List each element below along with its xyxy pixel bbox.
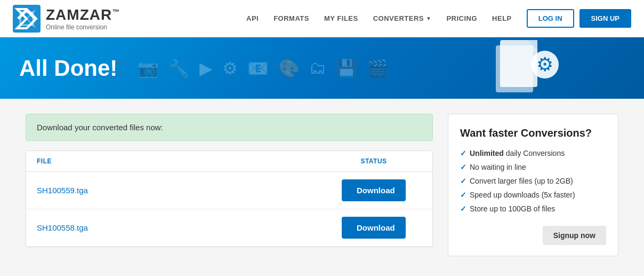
download-button-1[interactable]: Download	[342, 179, 406, 201]
files-table: FILE STATUS SH100559.tga Download SH1005…	[26, 151, 433, 247]
check-icon-1: ✓	[460, 149, 466, 157]
file-action-1: Download	[326, 179, 422, 201]
check-icon-4: ✓	[460, 191, 466, 199]
table-row: SH100559.tga Download	[26, 172, 432, 209]
col-status-header: STATUS	[326, 157, 422, 165]
login-button[interactable]: LOG IN	[527, 9, 574, 28]
promo-feature-2: ✓ No waiting in line	[460, 163, 606, 171]
nav-my-files[interactable]: MY FILES	[324, 14, 358, 22]
file-link-1[interactable]: SH100559.tga	[37, 186, 326, 195]
file-action-2: Download	[326, 217, 422, 239]
promo-features-list: ✓ Unlimited daily Conversions ✓ No waiti…	[460, 149, 606, 213]
promo-feature-1: ✓ Unlimited daily Conversions	[460, 149, 606, 157]
check-icon-5: ✓	[460, 204, 466, 213]
signup-button[interactable]: SIGN UP	[579, 9, 631, 28]
hero-title: All Done!	[19, 56, 117, 81]
gear-icon: ⚙	[531, 51, 559, 78]
check-icon-2: ✓	[460, 163, 466, 171]
main-content: Download your converted files now: FILE …	[13, 114, 631, 256]
hero-banner: All Done! 🎵📷🔧▶⚙📧🎨🗂💾🎬 ⚙	[0, 37, 644, 99]
main-nav: API FORMATS MY FILES CONVERTERS ▼ PRICIN…	[246, 14, 512, 22]
nav-help[interactable]: HELP	[492, 14, 512, 22]
logo-title: ZAMZAR™	[46, 6, 120, 23]
zamzar-logo-icon	[13, 5, 41, 33]
converters-dropdown-arrow: ▼	[426, 15, 431, 21]
nav-pricing[interactable]: PRICING	[446, 14, 477, 22]
download-button-2[interactable]: Download	[342, 217, 406, 239]
file-link-2[interactable]: SH100558.tga	[37, 223, 326, 232]
col-file-header: FILE	[37, 157, 326, 165]
table-row: SH100558.tga Download	[26, 209, 432, 247]
nav-converters[interactable]: CONVERTERS ▼	[373, 14, 432, 22]
download-notice: Download your converted files now:	[26, 114, 433, 141]
signup-now-button[interactable]: Signup now	[543, 226, 606, 245]
promo-feature-4: ✓ Speed up downloads (5x faster)	[460, 191, 606, 199]
promo-panel: Want faster Conversions? ✓ Unlimited dai…	[448, 114, 618, 256]
left-panel: Download your converted files now: FILE …	[26, 114, 433, 256]
table-header: FILE STATUS	[26, 151, 432, 172]
logo-text-block: ZAMZAR™ Online file conversion	[46, 6, 120, 31]
nav-api[interactable]: API	[246, 14, 259, 22]
logo-subtitle: Online file conversion	[46, 23, 120, 31]
promo-feature-3: ✓ Convert larger files (up to 2GB)	[460, 177, 606, 185]
check-icon-3: ✓	[460, 177, 466, 185]
logo-area: ZAMZAR™ Online file conversion	[13, 5, 120, 33]
promo-feature-5: ✓ Store up to 100GB of files	[460, 204, 606, 213]
header: ZAMZAR™ Online file conversion API FORMA…	[0, 0, 644, 37]
promo-title: Want faster Conversions?	[460, 127, 606, 139]
nav-formats[interactable]: FORMATS	[273, 14, 309, 22]
